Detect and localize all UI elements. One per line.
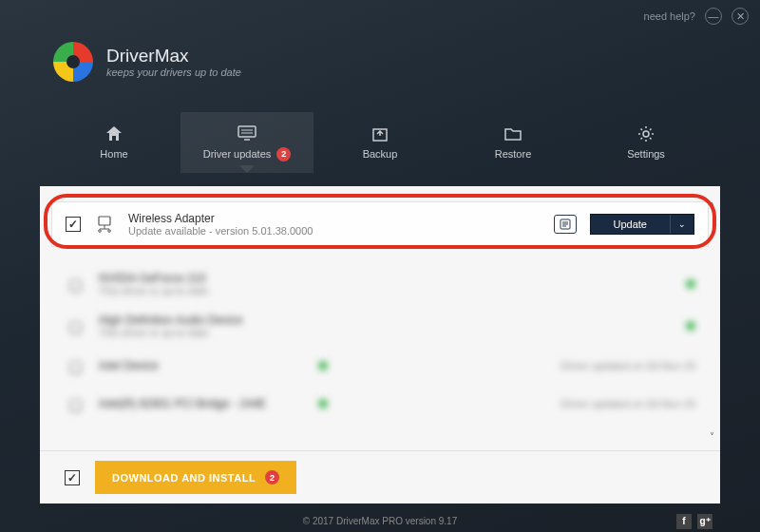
driver-name: Intel(R) 82801 PCI Bridge - 244E (99, 397, 305, 410)
driver-status: This driver is up-to-date (99, 285, 673, 296)
nav-restore[interactable]: Restore (446, 112, 580, 173)
nav-label: Settings (627, 148, 665, 160)
chevron-down-icon[interactable]: ⌄ (671, 219, 694, 229)
folder-icon (504, 125, 522, 142)
nav-label: Home (100, 148, 127, 160)
download-install-button[interactable]: DOWNLOAD AND INSTALL 2 (95, 461, 296, 494)
logo-icon (53, 42, 93, 82)
info-button[interactable] (554, 215, 577, 234)
driver-name: Intel Device (99, 359, 305, 372)
driver-row: ▢ High Definition Audio Device This driv… (51, 306, 709, 346)
help-link[interactable]: need help? (644, 10, 695, 22)
brand-block: DriverMax keeps your drivers up to date (53, 42, 241, 82)
google-plus-icon[interactable]: g⁺ (697, 514, 712, 529)
nav-label: Driver updates (203, 148, 272, 160)
driver-status: This driver is up-to-date (99, 327, 673, 338)
svg-rect-6 (99, 217, 110, 225)
backup-icon (370, 125, 390, 142)
update-button[interactable]: Update ⌄ (590, 214, 694, 235)
scroll-down-button[interactable]: ˅ (705, 429, 718, 443)
nav-settings[interactable]: Settings (580, 112, 712, 173)
audio-icon: ▢ (65, 315, 86, 336)
copyright-text: © 2017 DriverMax PRO version 9.17 (303, 516, 457, 526)
nav-home[interactable]: Home (48, 112, 180, 173)
content-panel: Wireless Adapter Update available - vers… (40, 186, 720, 504)
driver-name: High Definition Audio Device (99, 314, 673, 327)
download-badge: 2 (265, 470, 279, 484)
select-all-checkbox[interactable] (65, 470, 80, 485)
minimize-button[interactable]: — (705, 8, 722, 25)
main-nav: Home Driver updates 2 Backup Restore Set… (48, 112, 712, 173)
update-button-label: Update (591, 215, 671, 234)
driver-name: NVIDIA GeForce 210 (99, 272, 673, 285)
network-adapter-icon (94, 214, 115, 235)
svg-point-5 (643, 131, 649, 137)
nav-label: Restore (495, 148, 532, 160)
facebook-icon[interactable]: f (676, 514, 692, 529)
driver-right: Driver updated on 03-Nov-16 (560, 360, 695, 371)
updates-badge: 2 (276, 147, 291, 162)
gear-icon (636, 125, 656, 142)
nav-backup[interactable]: Backup (314, 112, 446, 173)
driver-row-highlighted: Wireless Adapter Update available - vers… (51, 201, 709, 247)
home-icon (104, 125, 124, 142)
nav-label: Backup (363, 148, 398, 160)
chip-icon: ▢ (65, 393, 86, 414)
status-ok-icon (318, 361, 328, 370)
chip-icon: ▢ (65, 355, 86, 376)
display-icon: ▢ (65, 274, 86, 294)
driver-name: Wireless Adapter (128, 212, 541, 225)
scroll-up-button[interactable]: ˄ (705, 200, 718, 213)
svg-point-9 (99, 230, 102, 233)
driver-row: ▢ Intel Device Driver updated on 03-Nov-… (51, 348, 709, 384)
nav-driver-updates[interactable]: Driver updates 2 (180, 112, 314, 173)
app-tagline: keeps your drivers up to date (106, 66, 241, 78)
status-ok-icon (318, 399, 328, 408)
download-install-label: DOWNLOAD AND INSTALL (112, 472, 256, 484)
driver-right: Driver updated on 03-Nov-16 (560, 398, 695, 409)
row-checkbox[interactable] (66, 217, 81, 232)
status-ok-icon (686, 321, 695, 331)
app-title: DriverMax (106, 46, 241, 66)
app-footer: © 2017 DriverMax PRO version 9.17 f g⁺ (0, 516, 760, 526)
driver-status: Update available - version 5.01.38.0000 (128, 225, 541, 237)
panel-footer: DOWNLOAD AND INSTALL 2 (40, 450, 720, 504)
driver-row: ▢ Intel(R) 82801 PCI Bridge - 244E Drive… (51, 386, 709, 422)
svg-point-10 (108, 230, 111, 233)
status-ok-icon (686, 279, 695, 289)
svg-rect-0 (238, 126, 256, 137)
driver-list: Wireless Adapter Update available - vers… (40, 186, 720, 450)
monitor-icon (238, 124, 256, 142)
close-button[interactable]: ✕ (732, 8, 749, 25)
driver-row: ▢ NVIDIA GeForce 210 This driver is up-t… (51, 264, 709, 304)
